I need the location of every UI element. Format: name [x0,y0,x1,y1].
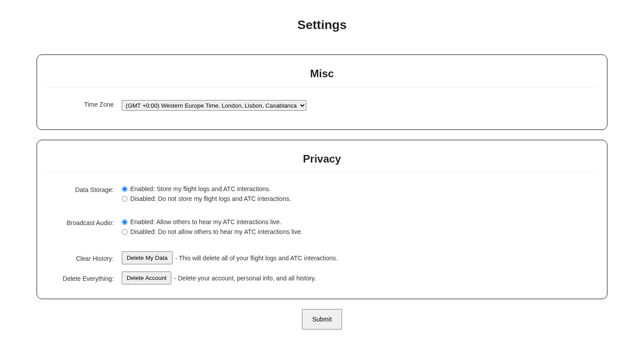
page-title: Settings [37,18,607,32]
timezone-select[interactable]: (GMT +0:00) Western Europe Time, London,… [122,100,306,111]
misc-panel: Misc Time Zone (GMT +0:00) Western Europ… [37,54,607,130]
delete-everything-desc: - Delete your account, personal info, an… [174,275,316,282]
privacy-panel: Privacy Data Storage: Enabled: Store my … [37,140,607,299]
delete-everything-label: Delete Everything: [46,271,122,282]
clear-history-label: Clear History: [46,251,122,262]
data-storage-enabled-label[interactable]: Enabled: Store my flight logs and ATC in… [130,185,271,192]
delete-account-button[interactable]: Delete Account [122,271,171,284]
broadcast-audio-disabled-label[interactable]: Disabled: Do not allow others to hear my… [130,228,302,235]
broadcast-audio-enabled-label[interactable]: Enabled: Allow others to hear my ATC int… [130,218,281,225]
misc-heading: Misc [46,67,598,80]
broadcast-audio-label: Broadcast Audio: [46,218,122,226]
broadcast-audio-disabled-radio[interactable] [122,229,128,235]
divider [46,172,598,173]
timezone-label: Time Zone [46,100,122,108]
data-storage-disabled-label[interactable]: Disabled: Do not store my flight logs an… [130,195,291,202]
data-storage-disabled-radio[interactable] [122,196,128,202]
broadcast-audio-enabled-radio[interactable] [122,219,128,225]
data-storage-enabled-radio[interactable] [122,186,128,192]
delete-my-data-button[interactable]: Delete My Data [122,251,173,264]
clear-history-desc: - This will delete all of your flight lo… [175,255,338,262]
privacy-heading: Privacy [46,153,598,165]
divider [46,87,598,88]
submit-button[interactable]: Submit [302,309,342,330]
data-storage-label: Data Storage: [46,185,122,193]
